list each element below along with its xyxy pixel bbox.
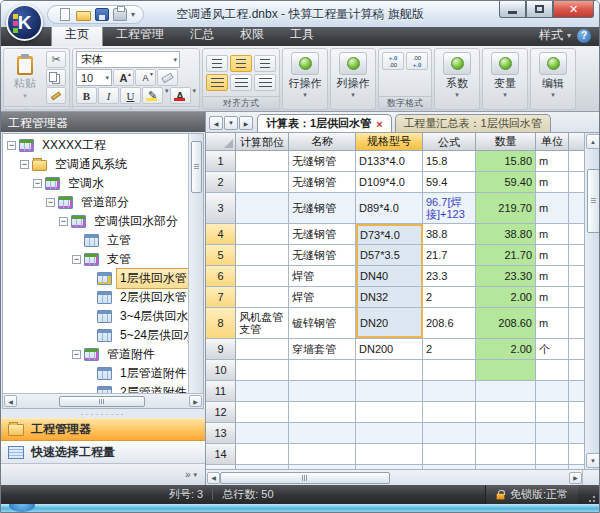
cell-part[interactable]: 风机盘管支管 xyxy=(236,308,289,338)
cell-name[interactable]: 无缝钢管 xyxy=(289,224,356,244)
cell-unit[interactable] xyxy=(536,381,569,401)
italic-button[interactable]: I xyxy=(98,87,119,104)
cell-spec[interactable] xyxy=(356,402,423,422)
cell-formula[interactable] xyxy=(423,381,476,401)
close-button[interactable]: ✕ xyxy=(553,1,594,18)
tree-item[interactable]: 2层供回水管 xyxy=(3,288,188,307)
grid-horizontal-scrollbar[interactable]: ◀ ▶ xyxy=(206,469,599,485)
cell-part[interactable] xyxy=(236,193,289,223)
cell-spec[interactable]: DN200 xyxy=(356,339,423,359)
cell-unit[interactable]: 个 xyxy=(536,339,569,359)
row-header[interactable]: 11 xyxy=(206,381,236,401)
cell-quantity[interactable]: 38.80 xyxy=(476,224,536,244)
cell-formula[interactable]: 38.8 xyxy=(423,224,476,244)
cell-formula[interactable]: 59.4 xyxy=(423,172,476,192)
tree-horizontal-scrollbar[interactable]: ◀ ▶ xyxy=(3,393,203,408)
select-all-corner[interactable] xyxy=(206,133,236,150)
align-bottom-button[interactable] xyxy=(254,55,276,72)
cell-quantity[interactable] xyxy=(476,423,536,443)
align-top-button[interactable] xyxy=(206,55,228,72)
collapse-icon[interactable]: − xyxy=(72,350,81,359)
tab-summary[interactable]: 汇总 xyxy=(177,24,227,46)
chevron-down-icon[interactable]: ▾ xyxy=(193,471,197,479)
cell-spec[interactable] xyxy=(356,444,423,464)
tree-item[interactable]: −支管 xyxy=(3,250,188,269)
cell-unit[interactable]: m xyxy=(536,151,569,171)
tree-item[interactable]: 立管 xyxy=(3,231,188,250)
cell-name[interactable]: 无缝钢管 xyxy=(289,172,356,192)
cell-unit[interactable]: m xyxy=(536,308,569,338)
edit-button[interactable]: 编辑 ▾ xyxy=(531,49,575,109)
cell-part[interactable] xyxy=(236,224,289,244)
cell-spec[interactable]: DN40 xyxy=(356,266,423,286)
scroll-right-icon[interactable]: ▶ xyxy=(569,472,582,484)
tree-item[interactable]: −管道附件 xyxy=(3,345,188,364)
tree-item[interactable]: 3~4层供回水管 xyxy=(3,307,188,326)
cell-extra[interactable] xyxy=(569,444,584,464)
cell-unit[interactable]: m xyxy=(536,266,569,286)
cell-extra[interactable] xyxy=(569,193,584,223)
help-icon[interactable]: ? xyxy=(577,29,591,43)
cell-extra[interactable] xyxy=(569,308,584,338)
cell-name[interactable]: 焊管 xyxy=(289,266,356,286)
cell-extra[interactable] xyxy=(569,423,584,443)
scroll-left-icon[interactable]: ◀ xyxy=(4,395,17,407)
cell-extra[interactable] xyxy=(569,224,584,244)
cell-unit[interactable] xyxy=(536,360,569,380)
print-icon[interactable] xyxy=(113,8,127,21)
cell-name[interactable]: 无缝钢管 xyxy=(289,193,356,223)
tab-scroll-right-icon[interactable]: ▶ xyxy=(239,116,253,130)
panel-button-project-manager[interactable]: 工程管理器 xyxy=(1,418,205,441)
row-header[interactable]: 4 xyxy=(206,224,236,244)
cell-quantity[interactable]: 21.70 xyxy=(476,245,536,265)
scroll-left-icon[interactable]: ◀ xyxy=(207,472,220,484)
cell-name[interactable] xyxy=(289,381,356,401)
open-file-icon[interactable] xyxy=(76,11,91,21)
cell-part[interactable] xyxy=(236,360,289,380)
cell-quantity[interactable]: 2.00 xyxy=(476,339,536,359)
row-header[interactable]: 1 xyxy=(206,151,236,171)
cell-quantity[interactable]: 208.60 xyxy=(476,308,536,338)
bold-button[interactable]: B xyxy=(76,87,97,104)
tab-list-icon[interactable]: ▼ xyxy=(224,116,238,130)
tree-item[interactable]: −空调通风系统 xyxy=(3,155,188,174)
tree-item[interactable]: 1层供回水管 xyxy=(3,269,188,288)
cell-extra[interactable] xyxy=(569,245,584,265)
cell-spec[interactable] xyxy=(356,360,423,380)
chevron-double-icon[interactable]: » xyxy=(185,469,191,480)
resize-grip[interactable] xyxy=(584,491,596,503)
paste-button[interactable]: 粘贴 ▾ xyxy=(7,51,43,104)
align-right-button[interactable] xyxy=(254,74,276,91)
cell-formula[interactable]: 21.7 xyxy=(423,245,476,265)
cell-part[interactable] xyxy=(236,444,289,464)
column-header-name[interactable]: 名称 xyxy=(289,133,356,150)
font-color-button[interactable]: A xyxy=(170,87,191,104)
clear-format-button[interactable] xyxy=(157,69,178,86)
cell-extra[interactable] xyxy=(569,266,584,286)
tab-permissions[interactable]: 权限 xyxy=(227,24,277,46)
collapse-icon[interactable]: − xyxy=(59,217,68,226)
row-header[interactable]: 2 xyxy=(206,172,236,192)
row-header[interactable]: 14 xyxy=(206,444,236,464)
cell-unit[interactable] xyxy=(536,402,569,422)
cell-quantity[interactable]: 2.00 xyxy=(476,287,536,307)
cell-quantity[interactable]: 219.70 xyxy=(476,193,536,223)
panel-splitter-handle[interactable]: ········· xyxy=(1,410,205,418)
column-operations-button[interactable]: 列操作 ▾ xyxy=(331,49,375,109)
cell-quantity[interactable]: 15.80 xyxy=(476,151,536,171)
column-header-spec[interactable]: 规格型号 xyxy=(356,133,423,150)
cell-formula[interactable] xyxy=(423,360,476,380)
cell-extra[interactable] xyxy=(569,172,584,192)
scroll-right-icon[interactable]: ▶ xyxy=(189,395,202,407)
scroll-down-icon[interactable]: ▼ xyxy=(586,453,600,468)
column-header-unit[interactable]: 单位 xyxy=(536,133,569,150)
scroll-up-icon[interactable]: ▲ xyxy=(586,134,600,149)
cell-unit[interactable] xyxy=(536,444,569,464)
variable-button[interactable]: 变量 ▾ xyxy=(483,49,527,109)
cell-name[interactable] xyxy=(289,402,356,422)
cell-formula[interactable]: 23.3 xyxy=(423,266,476,286)
row-header[interactable]: 5 xyxy=(206,245,236,265)
scrollbar-thumb[interactable] xyxy=(59,396,145,407)
cell-unit[interactable]: m xyxy=(536,245,569,265)
collapse-icon[interactable]: − xyxy=(72,255,81,264)
